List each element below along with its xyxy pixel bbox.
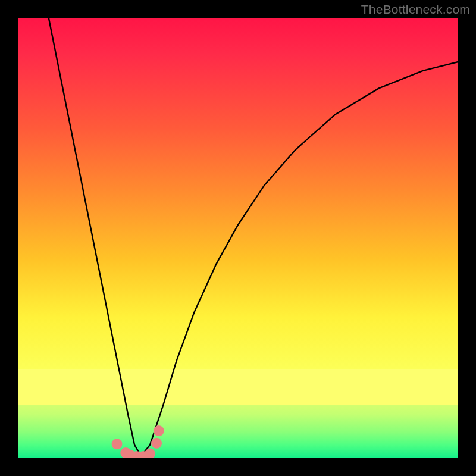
bottleneck-curve [49, 18, 458, 456]
curve-layer [18, 18, 458, 458]
plot-area [18, 18, 458, 458]
highlight-point [154, 425, 164, 436]
highlight-point [112, 439, 123, 449]
watermark: TheBottleneck.com [361, 2, 470, 17]
highlight-point [151, 438, 162, 449]
chart-frame: TheBottleneck.com [0, 0, 476, 476]
